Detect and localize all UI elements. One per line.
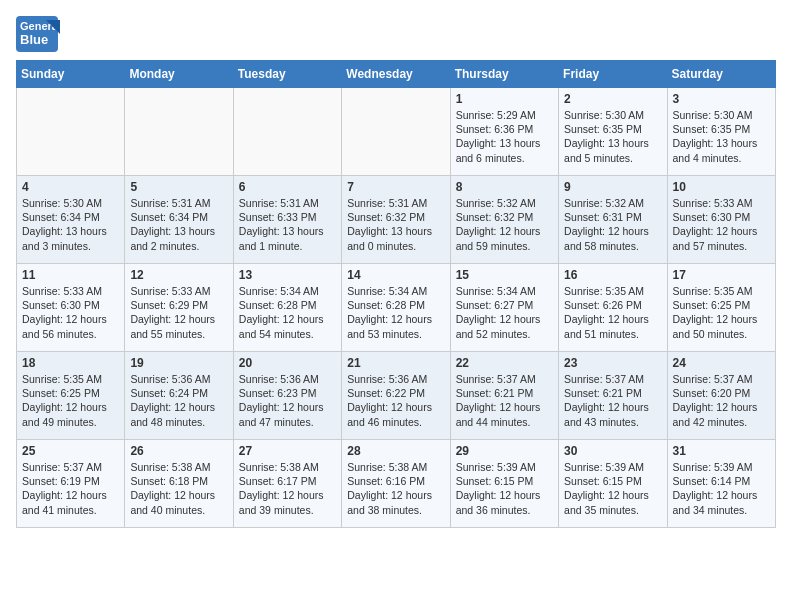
day-info: Sunrise: 5:37 AM Sunset: 6:21 PM Dayligh… [564, 372, 661, 429]
week-row-1: 1Sunrise: 5:29 AM Sunset: 6:36 PM Daylig… [17, 88, 776, 176]
day-number: 1 [456, 92, 553, 106]
day-number: 20 [239, 356, 336, 370]
week-row-4: 18Sunrise: 5:35 AM Sunset: 6:25 PM Dayli… [17, 352, 776, 440]
day-info: Sunrise: 5:33 AM Sunset: 6:30 PM Dayligh… [22, 284, 119, 341]
day-header-tuesday: Tuesday [233, 61, 341, 88]
calendar-header: SundayMondayTuesdayWednesdayThursdayFrid… [17, 61, 776, 88]
calendar-cell: 8Sunrise: 5:32 AM Sunset: 6:32 PM Daylig… [450, 176, 558, 264]
day-info: Sunrise: 5:37 AM Sunset: 6:21 PM Dayligh… [456, 372, 553, 429]
day-header-saturday: Saturday [667, 61, 775, 88]
calendar-cell: 10Sunrise: 5:33 AM Sunset: 6:30 PM Dayli… [667, 176, 775, 264]
day-info: Sunrise: 5:33 AM Sunset: 6:29 PM Dayligh… [130, 284, 227, 341]
day-info: Sunrise: 5:36 AM Sunset: 6:24 PM Dayligh… [130, 372, 227, 429]
day-number: 16 [564, 268, 661, 282]
day-number: 29 [456, 444, 553, 458]
day-header-sunday: Sunday [17, 61, 125, 88]
day-info: Sunrise: 5:30 AM Sunset: 6:35 PM Dayligh… [564, 108, 661, 165]
day-number: 15 [456, 268, 553, 282]
calendar-cell: 27Sunrise: 5:38 AM Sunset: 6:17 PM Dayli… [233, 440, 341, 528]
calendar-cell: 11Sunrise: 5:33 AM Sunset: 6:30 PM Dayli… [17, 264, 125, 352]
calendar-cell: 30Sunrise: 5:39 AM Sunset: 6:15 PM Dayli… [559, 440, 667, 528]
calendar-cell: 20Sunrise: 5:36 AM Sunset: 6:23 PM Dayli… [233, 352, 341, 440]
calendar-cell: 24Sunrise: 5:37 AM Sunset: 6:20 PM Dayli… [667, 352, 775, 440]
day-number: 21 [347, 356, 444, 370]
day-info: Sunrise: 5:31 AM Sunset: 6:33 PM Dayligh… [239, 196, 336, 253]
week-row-3: 11Sunrise: 5:33 AM Sunset: 6:30 PM Dayli… [17, 264, 776, 352]
day-number: 24 [673, 356, 770, 370]
day-info: Sunrise: 5:34 AM Sunset: 6:27 PM Dayligh… [456, 284, 553, 341]
day-header-friday: Friday [559, 61, 667, 88]
calendar: SundayMondayTuesdayWednesdayThursdayFrid… [16, 60, 776, 528]
day-info: Sunrise: 5:35 AM Sunset: 6:25 PM Dayligh… [673, 284, 770, 341]
day-number: 28 [347, 444, 444, 458]
day-info: Sunrise: 5:38 AM Sunset: 6:16 PM Dayligh… [347, 460, 444, 517]
calendar-cell: 14Sunrise: 5:34 AM Sunset: 6:28 PM Dayli… [342, 264, 450, 352]
calendar-cell [17, 88, 125, 176]
day-number: 5 [130, 180, 227, 194]
day-info: Sunrise: 5:31 AM Sunset: 6:34 PM Dayligh… [130, 196, 227, 253]
day-number: 19 [130, 356, 227, 370]
day-info: Sunrise: 5:29 AM Sunset: 6:36 PM Dayligh… [456, 108, 553, 165]
day-header-thursday: Thursday [450, 61, 558, 88]
calendar-cell: 22Sunrise: 5:37 AM Sunset: 6:21 PM Dayli… [450, 352, 558, 440]
calendar-cell: 5Sunrise: 5:31 AM Sunset: 6:34 PM Daylig… [125, 176, 233, 264]
day-number: 9 [564, 180, 661, 194]
calendar-cell: 29Sunrise: 5:39 AM Sunset: 6:15 PM Dayli… [450, 440, 558, 528]
calendar-cell: 17Sunrise: 5:35 AM Sunset: 6:25 PM Dayli… [667, 264, 775, 352]
day-info: Sunrise: 5:35 AM Sunset: 6:26 PM Dayligh… [564, 284, 661, 341]
calendar-cell: 3Sunrise: 5:30 AM Sunset: 6:35 PM Daylig… [667, 88, 775, 176]
calendar-cell: 7Sunrise: 5:31 AM Sunset: 6:32 PM Daylig… [342, 176, 450, 264]
calendar-cell: 28Sunrise: 5:38 AM Sunset: 6:16 PM Dayli… [342, 440, 450, 528]
calendar-cell [125, 88, 233, 176]
calendar-cell: 12Sunrise: 5:33 AM Sunset: 6:29 PM Dayli… [125, 264, 233, 352]
day-info: Sunrise: 5:35 AM Sunset: 6:25 PM Dayligh… [22, 372, 119, 429]
day-number: 12 [130, 268, 227, 282]
day-number: 7 [347, 180, 444, 194]
day-number: 27 [239, 444, 336, 458]
day-info: Sunrise: 5:38 AM Sunset: 6:18 PM Dayligh… [130, 460, 227, 517]
calendar-cell: 1Sunrise: 5:29 AM Sunset: 6:36 PM Daylig… [450, 88, 558, 176]
day-number: 25 [22, 444, 119, 458]
svg-text:Blue: Blue [20, 32, 48, 47]
day-info: Sunrise: 5:32 AM Sunset: 6:31 PM Dayligh… [564, 196, 661, 253]
calendar-cell [342, 88, 450, 176]
day-number: 10 [673, 180, 770, 194]
calendar-cell: 31Sunrise: 5:39 AM Sunset: 6:14 PM Dayli… [667, 440, 775, 528]
day-number: 31 [673, 444, 770, 458]
day-info: Sunrise: 5:34 AM Sunset: 6:28 PM Dayligh… [239, 284, 336, 341]
day-number: 14 [347, 268, 444, 282]
days-of-week-row: SundayMondayTuesdayWednesdayThursdayFrid… [17, 61, 776, 88]
logo-icon: General Blue [16, 16, 60, 52]
calendar-cell: 26Sunrise: 5:38 AM Sunset: 6:18 PM Dayli… [125, 440, 233, 528]
calendar-cell: 13Sunrise: 5:34 AM Sunset: 6:28 PM Dayli… [233, 264, 341, 352]
calendar-cell: 2Sunrise: 5:30 AM Sunset: 6:35 PM Daylig… [559, 88, 667, 176]
day-info: Sunrise: 5:39 AM Sunset: 6:15 PM Dayligh… [456, 460, 553, 517]
day-info: Sunrise: 5:37 AM Sunset: 6:19 PM Dayligh… [22, 460, 119, 517]
header: General Blue [16, 16, 776, 52]
day-info: Sunrise: 5:39 AM Sunset: 6:14 PM Dayligh… [673, 460, 770, 517]
week-row-2: 4Sunrise: 5:30 AM Sunset: 6:34 PM Daylig… [17, 176, 776, 264]
day-number: 18 [22, 356, 119, 370]
day-number: 3 [673, 92, 770, 106]
day-info: Sunrise: 5:37 AM Sunset: 6:20 PM Dayligh… [673, 372, 770, 429]
calendar-cell: 6Sunrise: 5:31 AM Sunset: 6:33 PM Daylig… [233, 176, 341, 264]
day-number: 13 [239, 268, 336, 282]
calendar-cell: 19Sunrise: 5:36 AM Sunset: 6:24 PM Dayli… [125, 352, 233, 440]
day-info: Sunrise: 5:30 AM Sunset: 6:34 PM Dayligh… [22, 196, 119, 253]
day-info: Sunrise: 5:36 AM Sunset: 6:23 PM Dayligh… [239, 372, 336, 429]
day-info: Sunrise: 5:38 AM Sunset: 6:17 PM Dayligh… [239, 460, 336, 517]
calendar-cell [233, 88, 341, 176]
day-info: Sunrise: 5:39 AM Sunset: 6:15 PM Dayligh… [564, 460, 661, 517]
day-info: Sunrise: 5:34 AM Sunset: 6:28 PM Dayligh… [347, 284, 444, 341]
week-row-5: 25Sunrise: 5:37 AM Sunset: 6:19 PM Dayli… [17, 440, 776, 528]
day-number: 22 [456, 356, 553, 370]
day-number: 17 [673, 268, 770, 282]
calendar-cell: 25Sunrise: 5:37 AM Sunset: 6:19 PM Dayli… [17, 440, 125, 528]
calendar-cell: 16Sunrise: 5:35 AM Sunset: 6:26 PM Dayli… [559, 264, 667, 352]
day-header-monday: Monday [125, 61, 233, 88]
day-number: 4 [22, 180, 119, 194]
calendar-cell: 23Sunrise: 5:37 AM Sunset: 6:21 PM Dayli… [559, 352, 667, 440]
day-number: 6 [239, 180, 336, 194]
day-info: Sunrise: 5:33 AM Sunset: 6:30 PM Dayligh… [673, 196, 770, 253]
day-number: 23 [564, 356, 661, 370]
